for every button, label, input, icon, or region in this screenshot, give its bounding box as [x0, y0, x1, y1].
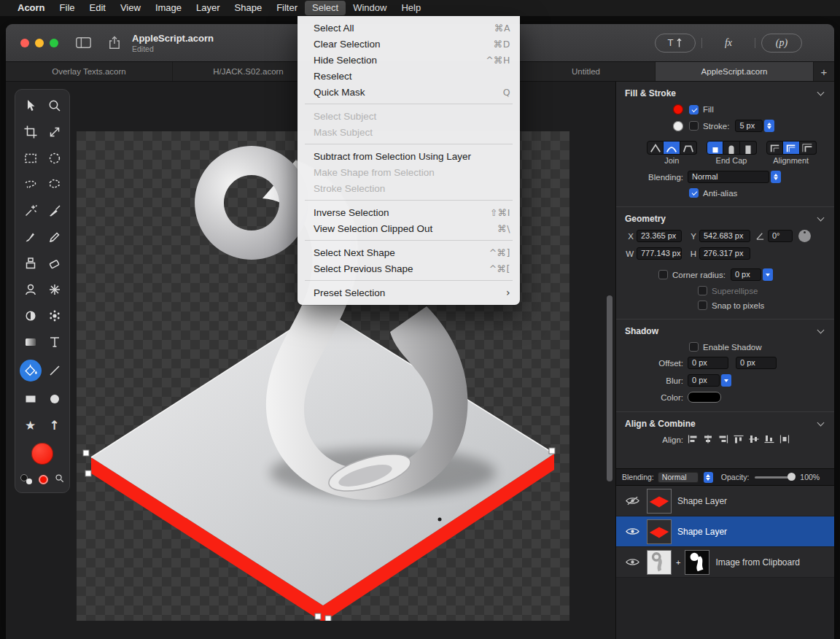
- align-left-button[interactable]: [688, 435, 698, 445]
- stroke-width-field[interactable]: 5 px: [735, 120, 763, 132]
- opacity-slider[interactable]: [755, 476, 794, 479]
- canvas-scrollbar[interactable]: [607, 295, 612, 481]
- star-shape-tool[interactable]: ★: [22, 417, 39, 434]
- visibility-on-icon[interactable]: [623, 557, 641, 567]
- menubar-item-layer[interactable]: Layer: [189, 1, 228, 15]
- menu-item-preset-selection[interactable]: Preset Selection›: [298, 284, 520, 301]
- menubar-item-view[interactable]: View: [113, 1, 148, 15]
- menu-item-view-selection-clipped-out[interactable]: View Selection Clipped Out⌘\: [298, 220, 520, 236]
- selection-handle[interactable]: [85, 470, 91, 476]
- y-field[interactable]: 542.683 px: [699, 230, 750, 242]
- selection-handle[interactable]: [315, 613, 321, 619]
- selection-handle[interactable]: [549, 448, 555, 454]
- offset-y-field[interactable]: 0 px: [736, 357, 777, 369]
- chevron-down-icon[interactable]: [817, 419, 825, 427]
- stroke-checkbox[interactable]: [689, 121, 699, 131]
- new-tab-button[interactable]: +: [814, 62, 834, 81]
- shadow-color-swatch[interactable]: [688, 392, 721, 403]
- menubar-item-filter[interactable]: Filter: [269, 1, 305, 15]
- align-center-h-button[interactable]: [703, 435, 713, 445]
- menu-item-select-previous-shape[interactable]: Select Previous Shape^⌘[: [298, 260, 520, 276]
- zoom-tool[interactable]: [46, 97, 63, 115]
- menubar-item-edit[interactable]: Edit: [82, 1, 113, 15]
- cap-butt-button[interactable]: [707, 141, 723, 155]
- layer-mask-thumbnail[interactable]: [685, 550, 709, 575]
- chevron-down-icon[interactable]: [817, 327, 825, 334]
- x-field[interactable]: 23.365 px: [637, 230, 682, 242]
- fill-checkbox[interactable]: [689, 105, 699, 115]
- rect-select-tool[interactable]: [22, 150, 39, 167]
- layer-row-shape-selected[interactable]: Shape Layer: [616, 516, 834, 547]
- arrow-shape-tool[interactable]: ↑: [46, 417, 63, 434]
- join-bevel-button[interactable]: [680, 141, 697, 155]
- line-tool[interactable]: [46, 362, 63, 379]
- flood-fill-tool[interactable]: [20, 360, 42, 382]
- dodge-tool[interactable]: [22, 307, 39, 325]
- antialias-checkbox[interactable]: [689, 188, 699, 198]
- menubar-item-file[interactable]: File: [52, 1, 82, 15]
- menubar-item-image[interactable]: Image: [148, 1, 189, 15]
- join-round-button[interactable]: [664, 141, 680, 155]
- menu-item-subtract-from-selection[interactable]: Subtract from Selection Using Layer: [298, 148, 520, 164]
- menu-item-hide-selection[interactable]: Hide Selection^⌘H: [298, 52, 520, 68]
- sidebar-toggle-icon[interactable]: [76, 37, 91, 48]
- layer-blending-popup[interactable]: Normal: [658, 472, 699, 483]
- tab-overlay-texts[interactable]: Overlay Texts.acorn: [6, 62, 173, 81]
- text-tools-button[interactable]: T: [655, 34, 696, 53]
- stroke-center-button[interactable]: [783, 141, 800, 155]
- transform-tool[interactable]: [46, 123, 63, 141]
- align-top-button[interactable]: [734, 435, 744, 445]
- ellipse-select-tool[interactable]: [46, 150, 63, 167]
- cap-round-button[interactable]: [723, 141, 740, 155]
- stroke-color-well[interactable]: [673, 121, 683, 131]
- menu-item-reselect[interactable]: Reselect: [298, 68, 520, 84]
- menubar-item-select[interactable]: Select: [305, 1, 346, 15]
- corner-radius-checkbox[interactable]: [658, 270, 668, 279]
- visibility-on-icon[interactable]: [623, 527, 641, 536]
- align-middle-button[interactable]: [749, 435, 759, 445]
- default-colors-icon[interactable]: [20, 474, 32, 484]
- visibility-off-icon[interactable]: [623, 496, 641, 506]
- portrait-tool[interactable]: [22, 281, 39, 298]
- chevron-down-icon[interactable]: [817, 214, 825, 222]
- align-right-button[interactable]: [718, 435, 728, 445]
- menu-item-inverse-selection[interactable]: Inverse Selection⇧⌘I: [298, 204, 520, 220]
- filters-button[interactable]: fx: [708, 34, 749, 53]
- layer-row-shape-hidden[interactable]: Shape Layer: [616, 486, 834, 516]
- stroke-width-stepper[interactable]: [764, 120, 774, 132]
- brush-tool[interactable]: [22, 228, 39, 246]
- loupe-icon[interactable]: [55, 473, 64, 486]
- menubar-item-acorn[interactable]: Acorn: [10, 1, 52, 15]
- rectangle-shape-tool[interactable]: [22, 390, 39, 408]
- chevron-down-icon[interactable]: [817, 89, 825, 96]
- lasso-tool[interactable]: [22, 176, 39, 193]
- crop-tool[interactable]: [22, 123, 39, 141]
- stroke-inside-button[interactable]: [766, 141, 783, 155]
- enable-shadow-checkbox[interactable]: [689, 342, 699, 352]
- layer-thumbnail[interactable]: [647, 519, 672, 544]
- foreground-color-well[interactable]: [31, 443, 53, 465]
- menubar-item-shape[interactable]: Shape: [228, 1, 270, 15]
- tab-applescript[interactable]: AppleScript.acorn: [656, 62, 814, 81]
- layer-blending-stepper[interactable]: [704, 472, 713, 483]
- layer-thumbnail[interactable]: [647, 489, 672, 514]
- smart-lasso-tool[interactable]: [46, 176, 63, 193]
- gradient-tool[interactable]: [22, 333, 39, 351]
- blur-field[interactable]: 0 px: [688, 374, 720, 387]
- height-field[interactable]: 276.317 px: [699, 247, 750, 260]
- cap-square-button[interactable]: [740, 141, 757, 155]
- menu-item-select-next-shape[interactable]: Select Next Shape^⌘]: [298, 244, 520, 260]
- menu-item-quick-mask[interactable]: Quick MaskQ: [298, 84, 520, 100]
- corner-radius-dropdown[interactable]: [763, 268, 773, 281]
- zoom-window-button[interactable]: [50, 39, 58, 47]
- layer-thumbnail[interactable]: [647, 550, 672, 575]
- minimize-button[interactable]: [35, 39, 44, 47]
- blending-popup[interactable]: Normal: [688, 171, 769, 183]
- menubar-item-help[interactable]: Help: [394, 1, 428, 15]
- align-bottom-button[interactable]: [764, 435, 774, 445]
- magic-wand-tool[interactable]: [22, 202, 39, 220]
- blur-dropdown[interactable]: [721, 374, 731, 387]
- selection-handle[interactable]: [325, 616, 331, 621]
- rotation-dial[interactable]: [798, 230, 811, 242]
- burst-tool[interactable]: [46, 281, 63, 298]
